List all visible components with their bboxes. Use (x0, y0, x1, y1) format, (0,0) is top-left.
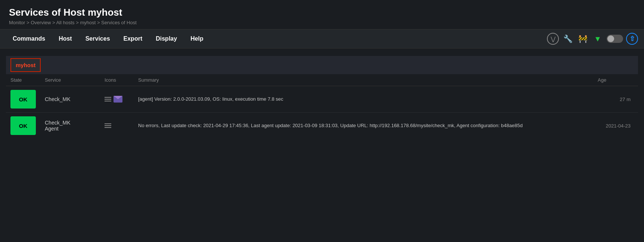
nav-services[interactable]: Services (79, 30, 117, 47)
service-name[interactable]: Check_MK (45, 96, 70, 102)
col-age: Age (593, 74, 638, 86)
nav-host[interactable]: Host (52, 30, 79, 47)
content-area: myhost State Service Icons Summary Age O… (0, 48, 644, 146)
summary-cell: No errors, Last update check: 2021-04-29… (134, 113, 593, 139)
page-title: Services of Host myhost (9, 7, 635, 18)
toggle-switch[interactable] (607, 35, 623, 43)
navbar: Commands Host Services Export Display He… (0, 29, 644, 48)
age-cell: 27 m (593, 86, 638, 113)
nav-export[interactable]: Export (117, 30, 149, 47)
icons-cell (100, 113, 134, 139)
state-cell: OK (6, 86, 40, 113)
nav-display[interactable]: Display (149, 30, 184, 47)
col-icons: Icons (100, 74, 134, 86)
age-text: 2021-04-23 (606, 123, 631, 129)
host-header[interactable]: myhost (10, 58, 41, 72)
envelope-icon[interactable] (113, 96, 122, 103)
icons-wrapper (105, 96, 129, 103)
summary-text: No errors, Last update check: 2021-04-29… (138, 123, 523, 128)
services-table: State Service Icons Summary Age OK Check… (6, 74, 638, 139)
state-badge-ok[interactable]: OK (10, 116, 36, 135)
wrench-icon[interactable]: 🔧 (562, 33, 574, 45)
nav-help[interactable]: Help (184, 30, 210, 47)
age-text: 27 m (620, 97, 631, 102)
host-name: myhost (16, 62, 35, 68)
table-row: OK Check_MKAgent No errors, Last update … (6, 113, 638, 139)
service-cell: Check_MKAgent (40, 113, 100, 139)
col-service: Service (40, 74, 100, 86)
breadcrumb: Monitor > Overview > All hosts > myhost … (9, 20, 635, 25)
state-cell: OK (6, 113, 40, 139)
service-cell: Check_MK (40, 86, 100, 113)
col-state: State (6, 74, 40, 86)
table-header-row: State Service Icons Summary Age (6, 74, 638, 86)
cone-icon[interactable]: 🚧 (577, 33, 589, 45)
hamburger-icon[interactable] (105, 123, 111, 128)
hamburger-icon[interactable] (105, 97, 111, 101)
down-circle-icon[interactable]: ⋁ (547, 33, 559, 45)
icons-cell (100, 86, 134, 113)
summary-text: [agent] Version: 2.0.0-2021.03.09, OS: l… (138, 96, 283, 102)
col-summary: Summary (134, 74, 593, 86)
age-cell: 2021-04-23 (593, 113, 638, 139)
service-name[interactable]: Check_MKAgent (45, 120, 70, 132)
icons-wrapper (105, 123, 129, 128)
header: Services of Host myhost Monitor > Overvi… (0, 0, 644, 29)
nav-commands[interactable]: Commands (6, 30, 52, 47)
summary-cell: [agent] Version: 2.0.0-2021.03.09, OS: l… (134, 86, 593, 113)
table-row: OK Check_MK [agent] Version: 2.0.0-2021.… (6, 86, 638, 113)
filter-icon[interactable]: ▼ (592, 33, 604, 45)
host-label-row: myhost (6, 56, 638, 74)
state-badge-ok[interactable]: OK (10, 90, 36, 109)
nav-icons: ⋁ 🔧 🚧 ▼ ⇧ (547, 33, 638, 45)
upload-circle-icon[interactable]: ⇧ (626, 33, 638, 45)
